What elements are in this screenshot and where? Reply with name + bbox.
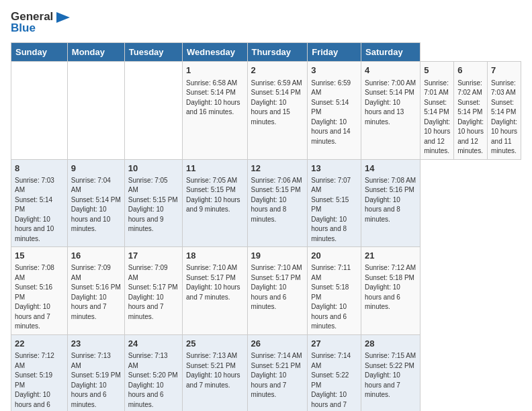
day-number: 8 <box>15 163 64 175</box>
day-info: Sunrise: 7:14 AMSunset: 5:22 PMDaylight:… <box>311 351 357 411</box>
day-info: Sunrise: 7:11 AMSunset: 5:18 PMDaylight:… <box>311 263 357 332</box>
calendar-cell: 15Sunrise: 7:08 AMSunset: 5:16 PMDayligh… <box>11 247 68 335</box>
day-number: 11 <box>186 163 244 175</box>
week-row-3: 15Sunrise: 7:08 AMSunset: 5:16 PMDayligh… <box>11 247 521 335</box>
day-number: 10 <box>128 163 179 175</box>
day-number: 19 <box>251 250 304 262</box>
header-friday: Friday <box>308 43 361 62</box>
day-info: Sunrise: 6:59 AMSunset: 5:14 PMDaylight:… <box>311 79 357 147</box>
calendar-cell: 25Sunrise: 7:13 AMSunset: 5:21 PMDayligh… <box>183 334 248 411</box>
day-number: 9 <box>71 163 121 175</box>
day-number: 28 <box>365 338 416 350</box>
day-info: Sunrise: 6:59 AMSunset: 5:14 PMDaylight:… <box>251 79 304 128</box>
calendar-cell: 19Sunrise: 7:10 AMSunset: 5:17 PMDayligh… <box>247 247 308 335</box>
day-number: 6 <box>457 64 484 77</box>
day-number: 3 <box>311 64 357 77</box>
day-info: Sunrise: 7:08 AMSunset: 5:16 PMDaylight:… <box>365 176 416 225</box>
day-info: Sunrise: 7:10 AMSunset: 5:17 PMDaylight:… <box>251 263 304 312</box>
day-number: 16 <box>71 250 121 262</box>
day-number: 12 <box>251 163 304 175</box>
day-info: Sunrise: 7:05 AMSunset: 5:15 PMDaylight:… <box>128 176 179 234</box>
day-info: Sunrise: 7:09 AMSunset: 5:16 PMDaylight:… <box>71 263 121 322</box>
day-info: Sunrise: 7:07 AMSunset: 5:15 PMDaylight:… <box>311 176 357 244</box>
calendar-cell: 13Sunrise: 7:07 AMSunset: 5:15 PMDayligh… <box>308 159 361 247</box>
calendar-cell: 22Sunrise: 7:12 AMSunset: 5:19 PMDayligh… <box>11 334 68 411</box>
week-row-2: 8Sunrise: 7:03 AMSunset: 5:14 PMDaylight… <box>11 159 521 247</box>
day-number: 15 <box>15 250 64 262</box>
header-thursday: Thursday <box>247 43 308 62</box>
day-info: Sunrise: 7:13 AMSunset: 5:21 PMDaylight:… <box>186 351 244 390</box>
day-number: 23 <box>71 338 121 350</box>
calendar-cell: 6Sunrise: 7:02 AMSunset: 5:14 PMDaylight… <box>454 62 488 159</box>
day-number: 20 <box>311 250 357 262</box>
day-info: Sunrise: 7:08 AMSunset: 5:16 PMDaylight:… <box>15 263 64 332</box>
day-info: Sunrise: 7:03 AMSunset: 5:14 PMDaylight:… <box>15 176 64 244</box>
header-wednesday: Wednesday <box>183 43 248 62</box>
day-number: 18 <box>186 250 244 262</box>
week-row-4: 22Sunrise: 7:12 AMSunset: 5:19 PMDayligh… <box>11 334 521 411</box>
header-sunday: Sunday <box>11 43 68 62</box>
calendar-cell: 12Sunrise: 7:06 AMSunset: 5:15 PMDayligh… <box>247 159 308 247</box>
day-number: 21 <box>365 250 416 262</box>
header-monday: Monday <box>67 43 124 62</box>
day-info: Sunrise: 7:09 AMSunset: 5:17 PMDaylight:… <box>128 263 179 322</box>
day-info: Sunrise: 7:14 AMSunset: 5:21 PMDaylight:… <box>251 351 304 400</box>
day-info: Sunrise: 7:13 AMSunset: 5:19 PMDaylight:… <box>71 351 121 410</box>
calendar-cell: 20Sunrise: 7:11 AMSunset: 5:18 PMDayligh… <box>308 247 361 335</box>
calendar-cell: 1Sunrise: 6:58 AMSunset: 5:14 PMDaylight… <box>183 62 248 159</box>
calendar-cell: 28Sunrise: 7:15 AMSunset: 5:22 PMDayligh… <box>361 334 420 411</box>
calendar-cell: 7Sunrise: 7:03 AMSunset: 5:14 PMDaylight… <box>488 62 521 159</box>
day-info: Sunrise: 7:00 AMSunset: 5:14 PMDaylight:… <box>365 79 416 128</box>
day-number: 5 <box>424 64 450 77</box>
calendar-cell: 2Sunrise: 6:59 AMSunset: 5:14 PMDaylight… <box>247 62 308 159</box>
calendar-cell: 27Sunrise: 7:14 AMSunset: 5:22 PMDayligh… <box>308 334 361 411</box>
header-row: SundayMondayTuesdayWednesdayThursdayFrid… <box>11 43 521 62</box>
day-info: Sunrise: 7:13 AMSunset: 5:20 PMDaylight:… <box>128 351 179 410</box>
calendar-cell: 14Sunrise: 7:08 AMSunset: 5:16 PMDayligh… <box>361 159 420 247</box>
day-number: 7 <box>491 64 517 77</box>
calendar-cell <box>67 62 124 159</box>
logo: General Blue <box>11 11 70 34</box>
day-number: 25 <box>186 338 244 350</box>
day-info: Sunrise: 7:12 AMSunset: 5:19 PMDaylight:… <box>15 351 64 411</box>
calendar-cell: 16Sunrise: 7:09 AMSunset: 5:16 PMDayligh… <box>67 247 124 335</box>
day-info: Sunrise: 7:05 AMSunset: 5:15 PMDaylight:… <box>186 176 244 215</box>
calendar-cell: 24Sunrise: 7:13 AMSunset: 5:20 PMDayligh… <box>124 334 182 411</box>
page-header: General Blue <box>11 11 521 34</box>
calendar-table: SundayMondayTuesdayWednesdayThursdayFrid… <box>11 42 521 411</box>
calendar-cell: 10Sunrise: 7:05 AMSunset: 5:15 PMDayligh… <box>124 159 182 247</box>
day-info: Sunrise: 6:58 AMSunset: 5:14 PMDaylight:… <box>186 79 244 118</box>
day-number: 27 <box>311 338 357 350</box>
day-info: Sunrise: 7:10 AMSunset: 5:17 PMDaylight:… <box>186 263 244 302</box>
week-row-1: 1Sunrise: 6:58 AMSunset: 5:14 PMDaylight… <box>11 62 521 159</box>
day-info: Sunrise: 7:04 AMSunset: 5:14 PMDaylight:… <box>71 176 121 234</box>
calendar-cell <box>11 62 68 159</box>
day-info: Sunrise: 7:01 AMSunset: 5:14 PMDaylight:… <box>424 79 450 156</box>
svg-marker-0 <box>56 12 70 23</box>
calendar-cell: 23Sunrise: 7:13 AMSunset: 5:19 PMDayligh… <box>67 334 124 411</box>
day-number: 13 <box>311 163 357 175</box>
day-info: Sunrise: 7:03 AMSunset: 5:14 PMDaylight:… <box>491 79 517 156</box>
calendar-cell: 8Sunrise: 7:03 AMSunset: 5:14 PMDaylight… <box>11 159 68 247</box>
calendar-cell: 9Sunrise: 7:04 AMSunset: 5:14 PMDaylight… <box>67 159 124 247</box>
day-number: 26 <box>251 338 304 350</box>
calendar-cell <box>124 62 182 159</box>
day-number: 17 <box>128 250 179 262</box>
day-info: Sunrise: 7:02 AMSunset: 5:14 PMDaylight:… <box>457 79 484 156</box>
calendar-cell: 5Sunrise: 7:01 AMSunset: 5:14 PMDaylight… <box>420 62 454 159</box>
calendar-cell: 4Sunrise: 7:00 AMSunset: 5:14 PMDaylight… <box>361 62 420 159</box>
day-number: 1 <box>186 64 244 77</box>
day-info: Sunrise: 7:12 AMSunset: 5:18 PMDaylight:… <box>365 263 416 312</box>
day-info: Sunrise: 7:15 AMSunset: 5:22 PMDaylight:… <box>365 351 416 400</box>
calendar-cell: 26Sunrise: 7:14 AMSunset: 5:21 PMDayligh… <box>247 334 308 411</box>
header-saturday: Saturday <box>361 43 420 62</box>
day-number: 2 <box>251 64 304 77</box>
calendar-cell: 11Sunrise: 7:05 AMSunset: 5:15 PMDayligh… <box>183 159 248 247</box>
header-tuesday: Tuesday <box>124 43 182 62</box>
calendar-cell: 17Sunrise: 7:09 AMSunset: 5:17 PMDayligh… <box>124 247 182 335</box>
day-number: 14 <box>365 163 416 175</box>
day-number: 4 <box>365 64 416 77</box>
day-info: Sunrise: 7:06 AMSunset: 5:15 PMDaylight:… <box>251 176 304 225</box>
calendar-cell: 18Sunrise: 7:10 AMSunset: 5:17 PMDayligh… <box>183 247 248 335</box>
day-number: 22 <box>15 338 64 350</box>
